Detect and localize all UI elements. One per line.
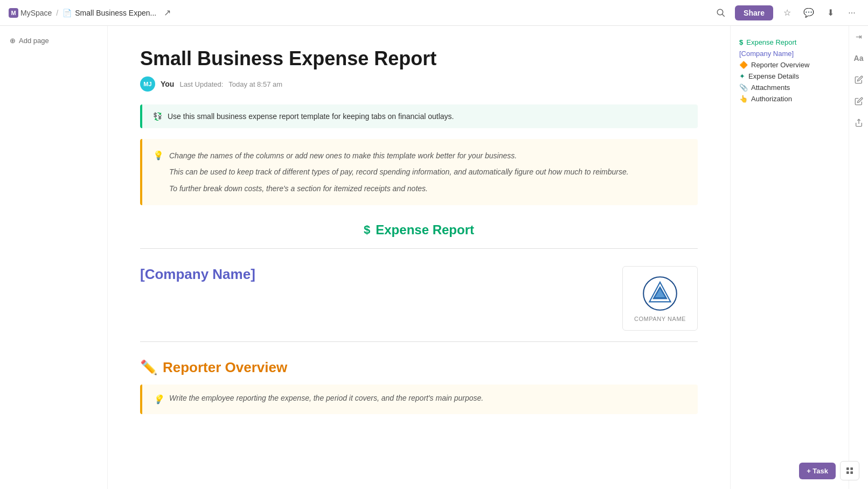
meta-row: MJ You Last Updated: Today at 8:57 am (140, 76, 698, 92)
reporter-toc-icon: 🔶 (739, 61, 748, 69)
download-icon[interactable]: ⬇ (823, 5, 838, 20)
app-body: ⊕ Add page Small Business Expense Report… (0, 26, 868, 489)
expense-report-toc-icon: $ (739, 38, 743, 46)
add-page-label: Add page (19, 37, 49, 45)
svg-point-0 (717, 9, 723, 15)
tip-icon: 💡 (153, 150, 164, 160)
edit-icon-2[interactable] (852, 95, 865, 108)
divider-1 (140, 248, 698, 249)
company-name-placeholder[interactable]: [Company Name] (140, 266, 255, 283)
authorization-toc-icon: 👆 (739, 95, 748, 103)
reporter-tip-icon: 💡 (153, 393, 164, 407)
expense-report-icon: $ (364, 223, 370, 237)
toc-item-reporter-overview[interactable]: 🔶 Reporter Overview (739, 59, 840, 71)
svg-line-1 (722, 14, 725, 17)
expense-details-toc-label: Expense Details (748, 72, 799, 80)
main-content: Small Business Expense Report MJ You Las… (108, 26, 730, 489)
task-button[interactable]: + Task (799, 463, 836, 479)
expense-report-toc-label: Expense Report (746, 38, 796, 46)
tip-line-1: Change the names of the columns or add n… (169, 150, 629, 162)
tip-line-3: To further break down costs, there's a s… (169, 183, 629, 194)
reporter-tip-text: Write the employee reporting the expense… (169, 392, 483, 404)
avatar: MJ (140, 76, 155, 92)
tip-content: Change the names of the columns or add n… (169, 150, 629, 194)
attachments-toc-icon: 📎 (739, 83, 748, 92)
collapse-icon[interactable]: ⇥ (852, 30, 865, 43)
right-edge-tools: ⇥ Aa (849, 26, 868, 489)
last-updated-value: Today at 8:57 am (228, 80, 282, 88)
reporter-tip-box: 💡 Write the employee reporting the expen… (140, 385, 698, 414)
edit-icon-1[interactable] (852, 73, 865, 86)
info-banner: 💱 Use this small business expense report… (140, 104, 698, 128)
last-updated-label: Last Updated: (179, 80, 223, 88)
workspace-icon: M (9, 8, 18, 18)
breadcrumb-separator: / (56, 9, 58, 17)
toc-item-company-name[interactable]: [Company Name] (739, 48, 840, 59)
top-navigation: M MySpace / 📄 Small Business Expen... ↗ … (0, 0, 868, 26)
share-icon[interactable] (852, 116, 865, 129)
attachments-toc-label: Attachments (751, 83, 790, 92)
comment-icon[interactable]: 💬 (801, 5, 816, 20)
authorization-toc-label: Authorization (751, 95, 792, 103)
topnav-actions: Share ☆ 💬 ⬇ ··· (713, 5, 859, 20)
toc-item-authorization[interactable]: 👆 Authorization (739, 93, 840, 104)
reporter-overview-heading: ✏️ Reporter Overview (140, 359, 698, 376)
doc-name[interactable]: Small Business Expen... (75, 9, 156, 17)
company-section: [Company Name] COMPANY NAME (140, 266, 698, 331)
svg-rect-9 (846, 471, 849, 474)
left-sidebar: ⊕ Add page (0, 26, 108, 489)
toc-item-expense-report[interactable]: $ Expense Report (739, 37, 840, 48)
font-icon[interactable]: Aa (852, 52, 865, 65)
doc-icon: 📄 (63, 9, 72, 17)
star-icon[interactable]: ☆ (780, 5, 795, 20)
company-logo-label: COMPANY NAME (634, 316, 686, 322)
grid-view-button[interactable] (840, 461, 859, 480)
add-page-icon: ⊕ (10, 37, 16, 45)
company-logo-box: COMPANY NAME (622, 266, 698, 331)
info-banner-text: Use this small business expense report t… (168, 112, 454, 121)
toc-item-attachments[interactable]: 📎 Attachments (739, 82, 840, 93)
workspace-label[interactable]: MySpace (20, 9, 52, 17)
info-icon: 💱 (153, 112, 162, 121)
right-sidebar: $ Expense Report [Company Name] 🔶 Report… (730, 26, 849, 489)
author-name: You (161, 80, 174, 88)
page-title: Small Business Expense Report (140, 47, 698, 70)
divider-2 (140, 341, 698, 342)
company-logo-svg (641, 275, 679, 312)
expense-details-toc-icon: ✦ (739, 72, 745, 80)
breadcrumb: M MySpace / 📄 Small Business Expen... ↗ (9, 5, 175, 20)
add-page-button[interactable]: ⊕ Add page (6, 34, 101, 47)
company-toc-label: [Company Name] (739, 50, 794, 58)
svg-rect-8 (850, 467, 853, 470)
share-doc-icon[interactable]: ↗ (159, 5, 175, 20)
share-button[interactable]: Share (735, 5, 773, 20)
search-icon[interactable] (713, 5, 728, 20)
expense-report-label: Expense Report (376, 222, 474, 237)
tip-box: 💡 Change the names of the columns or add… (140, 139, 698, 205)
tip-line-2: This can be used to keep track of differ… (169, 166, 629, 178)
workspace-link[interactable]: M MySpace (9, 8, 52, 18)
svg-rect-7 (846, 467, 849, 470)
svg-rect-10 (850, 471, 853, 474)
tip-header: 💡 Change the names of the columns or add… (153, 150, 687, 194)
more-icon[interactable]: ··· (844, 5, 859, 20)
reporter-toc-label: Reporter Overview (751, 61, 809, 69)
reporter-icon: ✏️ (140, 359, 157, 376)
toc-item-expense-details[interactable]: ✦ Expense Details (739, 71, 840, 82)
bottom-bar: + Task (799, 461, 859, 480)
reporter-label: Reporter Overview (163, 359, 287, 376)
expense-report-heading: $ Expense Report (140, 222, 698, 237)
